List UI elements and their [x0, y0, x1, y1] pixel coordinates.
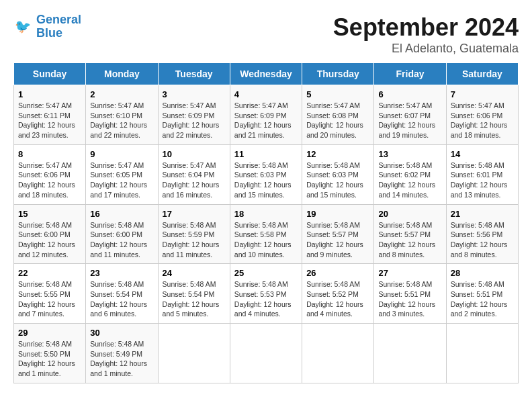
day-number: 2 — [90, 89, 153, 99]
logo-line2: Blue — [36, 26, 62, 40]
day-info: Sunrise: 5:47 AMSunset: 6:04 PMDaylight:… — [163, 161, 226, 200]
calendar-cell: 26 Sunrise: 5:48 AMSunset: 5:52 PMDaylig… — [302, 264, 374, 324]
day-info: Sunrise: 5:47 AMSunset: 6:09 PMDaylight:… — [234, 101, 298, 140]
day-number: 1 — [18, 89, 81, 99]
calendar-cell: 9 Sunrise: 5:47 AMSunset: 6:05 PMDayligh… — [86, 144, 158, 204]
day-info: Sunrise: 5:47 AMSunset: 6:09 PMDaylight:… — [163, 101, 226, 140]
calendar-cell: 8 Sunrise: 5:47 AMSunset: 6:06 PMDayligh… — [14, 144, 86, 204]
calendar-cell: 15 Sunrise: 5:48 AMSunset: 6:00 PMDaylig… — [14, 204, 86, 264]
day-info: Sunrise: 5:48 AMSunset: 6:02 PMDaylight:… — [378, 161, 441, 200]
day-info: Sunrise: 5:47 AMSunset: 6:07 PMDaylight:… — [378, 101, 441, 140]
day-info: Sunrise: 5:47 AMSunset: 6:06 PMDaylight:… — [451, 101, 514, 140]
day-number: 10 — [163, 149, 226, 159]
day-info: Sunrise: 5:47 AMSunset: 6:10 PMDaylight:… — [90, 101, 153, 140]
day-number: 28 — [451, 268, 514, 278]
day-info: Sunrise: 5:47 AMSunset: 6:11 PMDaylight:… — [18, 101, 81, 140]
day-info: Sunrise: 5:48 AMSunset: 6:00 PMDaylight:… — [18, 220, 81, 260]
calendar-cell: 19 Sunrise: 5:48 AMSunset: 5:57 PMDaylig… — [302, 204, 374, 264]
day-number: 19 — [306, 209, 369, 219]
calendar-cell — [446, 324, 518, 383]
day-number: 8 — [18, 149, 81, 159]
calendar-cell: 10 Sunrise: 5:47 AMSunset: 6:04 PMDaylig… — [158, 144, 230, 204]
day-number: 18 — [234, 209, 298, 219]
location-title: El Adelanto, Guatemala — [333, 42, 519, 56]
calendar-table: Sunday Monday Tuesday Wednesday Thursday… — [13, 62, 519, 383]
calendar-cell: 14 Sunrise: 5:48 AMSunset: 6:01 PMDaylig… — [446, 144, 518, 204]
title-area: September 2024 El Adelanto, Guatemala — [333, 13, 519, 56]
day-info: Sunrise: 5:48 AMSunset: 5:49 PMDaylight:… — [90, 339, 153, 379]
day-number: 14 — [451, 149, 514, 159]
day-number: 4 — [234, 89, 298, 99]
calendar-cell: 4 Sunrise: 5:47 AMSunset: 6:09 PMDayligh… — [230, 85, 302, 145]
calendar-cell: 28 Sunrise: 5:48 AMSunset: 5:51 PMDaylig… — [446, 264, 518, 324]
day-number: 15 — [18, 209, 81, 219]
calendar-cell — [302, 324, 374, 383]
day-info: Sunrise: 5:47 AMSunset: 6:06 PMDaylight:… — [18, 161, 81, 200]
logo-line1: General — [36, 13, 81, 26]
header-sunday: Sunday — [14, 63, 86, 85]
calendar-cell: 25 Sunrise: 5:48 AMSunset: 5:53 PMDaylig… — [230, 264, 302, 324]
calendar-cell — [158, 324, 230, 383]
day-info: Sunrise: 5:48 AMSunset: 5:53 PMDaylight:… — [234, 279, 298, 319]
day-info: Sunrise: 5:48 AMSunset: 6:01 PMDaylight:… — [451, 161, 514, 200]
day-info: Sunrise: 5:48 AMSunset: 5:56 PMDaylight:… — [451, 220, 514, 260]
calendar-cell: 27 Sunrise: 5:48 AMSunset: 5:51 PMDaylig… — [374, 264, 446, 324]
calendar-cell: 23 Sunrise: 5:48 AMSunset: 5:54 PMDaylig… — [86, 264, 158, 324]
day-number: 11 — [234, 149, 298, 159]
day-number: 9 — [90, 149, 153, 159]
day-info: Sunrise: 5:48 AMSunset: 5:52 PMDaylight:… — [306, 279, 369, 319]
calendar-cell: 12 Sunrise: 5:48 AMSunset: 6:03 PMDaylig… — [302, 144, 374, 204]
calendar-week-1: 1 Sunrise: 5:47 AMSunset: 6:11 PMDayligh… — [14, 85, 519, 145]
day-number: 7 — [451, 89, 514, 99]
calendar-cell — [374, 324, 446, 383]
header-monday: Monday — [86, 63, 158, 85]
calendar-week-5: 29 Sunrise: 5:48 AMSunset: 5:50 PMDaylig… — [14, 324, 519, 383]
day-info: Sunrise: 5:48 AMSunset: 6:00 PMDaylight:… — [90, 220, 153, 260]
calendar-cell: 22 Sunrise: 5:48 AMSunset: 5:55 PMDaylig… — [14, 264, 86, 324]
day-number: 13 — [378, 149, 441, 159]
day-number: 6 — [378, 89, 441, 99]
day-info: Sunrise: 5:48 AMSunset: 5:58 PMDaylight:… — [234, 220, 298, 260]
day-number: 23 — [90, 268, 153, 278]
day-number: 30 — [90, 328, 153, 338]
calendar-week-2: 8 Sunrise: 5:47 AMSunset: 6:06 PMDayligh… — [14, 144, 519, 204]
day-info: Sunrise: 5:48 AMSunset: 5:54 PMDaylight:… — [90, 279, 153, 319]
day-info: Sunrise: 5:48 AMSunset: 5:57 PMDaylight:… — [378, 220, 441, 260]
calendar-cell: 11 Sunrise: 5:48 AMSunset: 6:03 PMDaylig… — [230, 144, 302, 204]
header-thursday: Thursday — [302, 63, 374, 85]
calendar-cell: 30 Sunrise: 5:48 AMSunset: 5:49 PMDaylig… — [86, 324, 158, 383]
calendar-cell: 17 Sunrise: 5:48 AMSunset: 5:59 PMDaylig… — [158, 204, 230, 264]
calendar-cell: 29 Sunrise: 5:48 AMSunset: 5:50 PMDaylig… — [14, 324, 86, 383]
calendar-week-3: 15 Sunrise: 5:48 AMSunset: 6:00 PMDaylig… — [14, 204, 519, 264]
day-info: Sunrise: 5:47 AMSunset: 6:08 PMDaylight:… — [306, 101, 369, 140]
calendar-cell — [230, 324, 302, 383]
calendar-cell: 18 Sunrise: 5:48 AMSunset: 5:58 PMDaylig… — [230, 204, 302, 264]
calendar-cell: 20 Sunrise: 5:48 AMSunset: 5:57 PMDaylig… — [374, 204, 446, 264]
day-info: Sunrise: 5:48 AMSunset: 5:55 PMDaylight:… — [18, 279, 81, 319]
day-info: Sunrise: 5:48 AMSunset: 5:51 PMDaylight:… — [378, 279, 441, 319]
day-info: Sunrise: 5:48 AMSunset: 5:59 PMDaylight:… — [163, 220, 226, 260]
day-info: Sunrise: 5:48 AMSunset: 6:03 PMDaylight:… — [234, 161, 298, 200]
day-info: Sunrise: 5:48 AMSunset: 5:57 PMDaylight:… — [306, 220, 369, 260]
day-number: 17 — [163, 209, 226, 219]
calendar-cell: 13 Sunrise: 5:48 AMSunset: 6:02 PMDaylig… — [374, 144, 446, 204]
day-number: 21 — [451, 209, 514, 219]
month-title: September 2024 — [333, 13, 519, 42]
day-info: Sunrise: 5:48 AMSunset: 5:51 PMDaylight:… — [451, 279, 514, 319]
calendar-cell: 2 Sunrise: 5:47 AMSunset: 6:10 PMDayligh… — [86, 85, 158, 145]
day-number: 5 — [306, 89, 369, 99]
calendar-cell: 3 Sunrise: 5:47 AMSunset: 6:09 PMDayligh… — [158, 85, 230, 145]
day-info: Sunrise: 5:48 AMSunset: 6:03 PMDaylight:… — [306, 161, 369, 200]
calendar-cell: 5 Sunrise: 5:47 AMSunset: 6:08 PMDayligh… — [302, 85, 374, 145]
day-number: 16 — [90, 209, 153, 219]
calendar-cell: 16 Sunrise: 5:48 AMSunset: 6:00 PMDaylig… — [86, 204, 158, 264]
header-wednesday: Wednesday — [230, 63, 302, 85]
day-number: 12 — [306, 149, 369, 159]
calendar-cell: 6 Sunrise: 5:47 AMSunset: 6:07 PMDayligh… — [374, 85, 446, 145]
day-info: Sunrise: 5:47 AMSunset: 6:05 PMDaylight:… — [90, 161, 153, 200]
day-number: 24 — [163, 268, 226, 278]
logo: 🐦 General Blue — [13, 13, 81, 40]
calendar-cell: 21 Sunrise: 5:48 AMSunset: 5:56 PMDaylig… — [446, 204, 518, 264]
calendar-cell: 24 Sunrise: 5:48 AMSunset: 5:54 PMDaylig… — [158, 264, 230, 324]
calendar-header-row: Sunday Monday Tuesday Wednesday Thursday… — [14, 63, 519, 85]
